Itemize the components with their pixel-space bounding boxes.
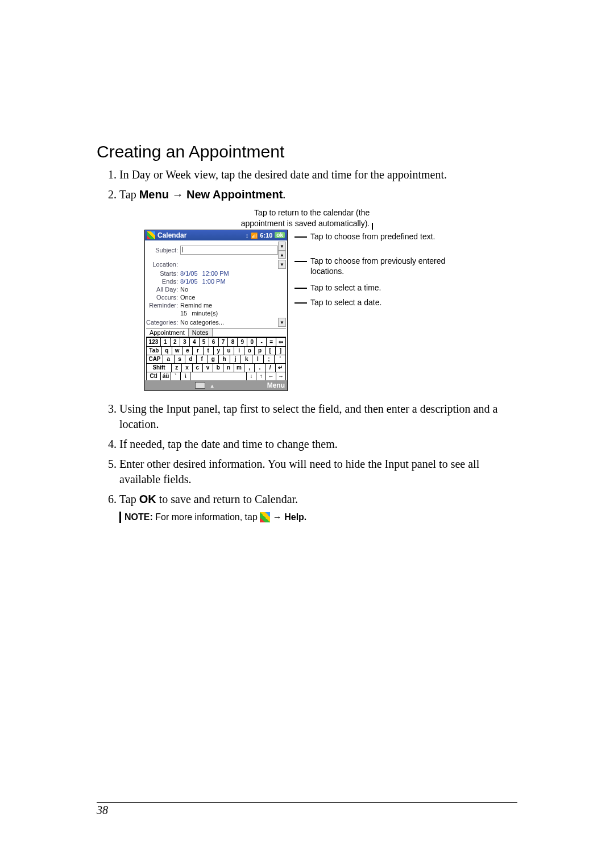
key-6[interactable]: 6 [209, 338, 218, 346]
location-dropdown-icon[interactable]: ▼ [278, 260, 286, 269]
categories-dropdown-icon[interactable]: ▼ [278, 318, 286, 327]
key-right-icon[interactable] [276, 372, 286, 380]
key-down-icon[interactable] [246, 372, 256, 380]
note-bar-icon [119, 512, 121, 523]
key-q[interactable]: q [161, 346, 172, 355]
key-m[interactable]: m [234, 363, 244, 372]
key-minus[interactable]: - [256, 338, 266, 346]
occurs-value[interactable]: Once [180, 294, 278, 301]
device-bottom-bar: Menu [145, 380, 287, 391]
key-slash[interactable]: / [265, 363, 275, 372]
categories-value[interactable]: No categories... [180, 319, 278, 326]
scroll-up-icon[interactable]: ▲ [278, 251, 286, 259]
key-w[interactable]: w [172, 346, 182, 355]
starts-value[interactable]: 8/1/05 12:00 PM [180, 270, 278, 277]
key-left-icon[interactable] [265, 372, 275, 380]
subject-input[interactable] [180, 246, 278, 255]
key-z[interactable]: z [171, 363, 181, 372]
key-h[interactable]: h [218, 355, 230, 363]
caption-top: Tap to return to the calendar (the appoi… [241, 208, 373, 230]
reminder-qty[interactable]: 15 [180, 310, 187, 317]
reminder-qty-row[interactable]: 15 minute(s) [180, 310, 278, 317]
key-i[interactable]: i [234, 346, 244, 355]
starts-date[interactable]: 8/1/05 [180, 270, 198, 277]
step-1: In Day or Week view, tap the desired dat… [119, 167, 517, 182]
key-1[interactable]: 1 [160, 338, 170, 346]
key-ctl[interactable]: Ctl [146, 372, 160, 380]
key-e[interactable]: e [182, 346, 192, 355]
ends-time[interactable]: 1:00 PM [202, 278, 226, 285]
key-lbracket[interactable]: [ [265, 346, 275, 355]
key-v[interactable]: v [202, 363, 213, 372]
reminder-value[interactable]: Remind me [180, 302, 278, 309]
key-shift[interactable]: Shift [146, 363, 171, 372]
step-2-menu: Menu [139, 188, 169, 201]
figure-block: Tap to return to the calendar (the appoi… [97, 208, 517, 391]
key-3[interactable]: 3 [180, 338, 189, 346]
allday-value[interactable]: No [180, 286, 278, 293]
key-g[interactable]: g [208, 355, 219, 363]
tab-bar: Appointment Notes [146, 328, 286, 337]
key-c[interactable]: c [192, 363, 202, 372]
key-0[interactable]: 0 [247, 338, 256, 346]
input-method-arrow-icon[interactable] [210, 381, 215, 389]
sync-icon[interactable] [246, 231, 249, 239]
key-r[interactable]: r [192, 346, 202, 355]
key-grave[interactable]: ` [171, 372, 180, 380]
key-y[interactable]: y [213, 346, 223, 355]
ends-value[interactable]: 8/1/05 1:00 PM [180, 278, 278, 285]
key-period[interactable]: . [254, 363, 264, 372]
key-7[interactable]: 7 [218, 338, 228, 346]
key-o[interactable]: o [244, 346, 254, 355]
tab-appointment[interactable]: Appointment [146, 329, 189, 337]
step-6-post: to save and return to Calendar. [156, 493, 298, 505]
key-enter-icon[interactable] [275, 363, 286, 372]
key-comma[interactable]: , [244, 363, 254, 372]
key-8[interactable]: 8 [227, 338, 237, 346]
key-up-icon[interactable] [256, 372, 265, 380]
key-2[interactable]: 2 [170, 338, 180, 346]
key-s[interactable]: s [174, 355, 185, 363]
key-j[interactable]: j [230, 355, 241, 363]
starts-time[interactable]: 12:00 PM [202, 270, 229, 277]
key-f[interactable]: f [196, 355, 208, 363]
label-location: Location: [146, 261, 180, 268]
key-rbracket[interactable]: ] [275, 346, 286, 355]
key-t[interactable]: t [203, 346, 213, 355]
key-9[interactable]: 9 [237, 338, 247, 346]
key-x[interactable]: x [181, 363, 192, 372]
key-n[interactable]: n [223, 363, 233, 372]
key-u[interactable]: u [223, 346, 234, 355]
subject-dropdown-icon[interactable]: ▼ [278, 242, 286, 251]
key-space[interactable] [190, 372, 246, 380]
key-p[interactable]: p [254, 346, 264, 355]
key-cap[interactable]: CAP [146, 355, 163, 363]
ok-button[interactable]: ok [275, 232, 285, 238]
note-help: Help. [284, 512, 306, 522]
key-equals[interactable]: = [266, 338, 276, 346]
key-l[interactable]: l [252, 355, 263, 363]
key-5[interactable]: 5 [199, 338, 209, 346]
label-starts: Starts: [146, 270, 180, 277]
key-apostrophe[interactable]: ' [274, 355, 286, 363]
key-123[interactable]: 123 [146, 338, 160, 346]
key-4[interactable]: 4 [189, 338, 199, 346]
key-backslash[interactable]: \ [180, 372, 190, 380]
key-semicolon[interactable]: ; [263, 355, 275, 363]
key-d[interactable]: d [185, 355, 196, 363]
key-tab[interactable]: Tab [146, 346, 161, 355]
signal-icon[interactable] [251, 231, 258, 239]
tab-notes[interactable]: Notes [189, 329, 213, 337]
key-backspace-icon[interactable] [276, 338, 286, 346]
ends-date[interactable]: 8/1/05 [180, 278, 198, 285]
key-k[interactable]: k [240, 355, 252, 363]
reminder-unit[interactable]: minute(s) [192, 310, 218, 317]
titlebar-app-name: Calendar [157, 231, 186, 239]
key-a[interactable]: a [163, 355, 174, 363]
menu-button[interactable]: Menu [267, 381, 285, 389]
key-accent[interactable]: áü [160, 372, 170, 380]
keyboard-toggle-icon[interactable] [195, 382, 205, 389]
start-flag-icon[interactable] [147, 231, 155, 239]
key-b[interactable]: b [213, 363, 223, 372]
onscreen-keyboard[interactable]: 123 1 2 3 4 5 6 7 8 9 0 [146, 337, 286, 380]
